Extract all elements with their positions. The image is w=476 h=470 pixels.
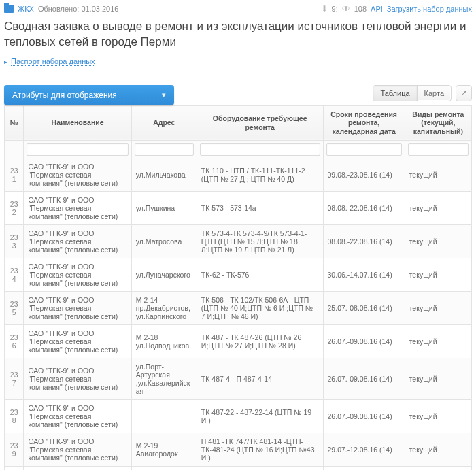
table-row[interactable]: 236ОАО "ТГК-9" и ООО "Пермская сетевая к… <box>5 324 472 358</box>
cell-num: 235 <box>5 291 24 324</box>
col-name[interactable]: Наименование <box>24 105 131 140</box>
cell-name: ОАО "ТГК-9" и ООО "Пермская сетевая комп… <box>24 358 131 399</box>
passport-link[interactable]: Паспорт набора данных <box>11 57 95 66</box>
cell-dates: 25.07.-08.08.16 (14) <box>323 291 405 324</box>
eye-icon: 👁 <box>342 4 350 14</box>
cell-dates: 26.07.-09.08.16 (14) <box>323 324 405 358</box>
view-map-button[interactable]: Карта <box>417 86 451 101</box>
cell-name: ОАО "ТГК-9" и ООО "Пермская сетевая комп… <box>24 258 131 291</box>
api-link[interactable]: API <box>371 5 383 13</box>
col-equip[interactable]: Оборудование требующее ремонта <box>197 105 323 140</box>
page-title: Сводная заявка о выводе в ремонт и из эк… <box>4 16 472 57</box>
cell-num: 239 <box>5 433 24 466</box>
cell-type: текущий <box>405 291 471 324</box>
col-address[interactable]: Адрес <box>131 105 197 140</box>
col-num[interactable]: № <box>5 105 24 140</box>
cell-address: М 2-14 пр.Декабристов, ул.Карпинского <box>131 291 197 324</box>
cell-type: текущий <box>405 158 471 191</box>
cell-dates: 29.07.-12.08.16 (14) <box>323 466 405 470</box>
cell-address: ул.Луначарского <box>131 258 197 291</box>
cell-num: 237 <box>5 358 24 399</box>
col-dates[interactable]: Сроки проведения ремонта, календарная да… <box>323 105 405 140</box>
cell-dates: 30.06.-14.07.16 (14) <box>323 258 405 291</box>
filter-type[interactable] <box>408 143 469 156</box>
cell-equip: ТК 506 - ТК 102/ТК 506-6А - ЦТП (ЦТП № 4… <box>197 291 323 324</box>
folder-icon <box>4 5 14 13</box>
cell-num: 236 <box>5 324 24 358</box>
cell-num: 233 <box>5 224 24 258</box>
cell-equip: ТК 110 - ЦТП / ТК-111-ТК-111-2 (ЦТП № 27… <box>197 158 323 191</box>
cell-num: 240 <box>5 466 24 470</box>
view-toggle: Таблица Карта <box>373 85 452 101</box>
cell-address: ул.Матросова <box>131 224 197 258</box>
cell-name: ОАО "ТГК-9" и ООО "Пермская сетевая комп… <box>24 324 131 358</box>
cell-name: ОАО "ТГК-9" и ООО "Пермская сетевая комп… <box>24 399 131 433</box>
cell-name: ОАО "ТГК-9" и ООО "Пермская сетевая комп… <box>24 433 131 466</box>
cell-address: ул.Пушкина <box>131 191 197 224</box>
cell-address: ул.Мильчакова <box>131 158 197 191</box>
dataset-meta-row: ЖКХ Обновлено: 01.03.2016 ⬇ 9: 👁 108 API… <box>4 3 472 16</box>
chevron-right-icon: ▸ <box>4 58 7 65</box>
cell-num: 232 <box>5 191 24 224</box>
cell-name: ОАО "ТГК-9" и ООО "Пермская сетевая комп… <box>24 158 131 191</box>
table-row[interactable]: 232ОАО "ТГК-9" и ООО "Пермская сетевая к… <box>5 191 472 224</box>
cell-type: текущий <box>405 224 471 258</box>
col-type[interactable]: Виды ремонта (текущий, капитальный) <box>405 105 471 140</box>
cell-num: 234 <box>5 258 24 291</box>
table-row[interactable]: 239ОАО "ТГК-9" и ООО "Пермская сетевая к… <box>5 433 472 466</box>
attributes-dropdown[interactable]: Атрибуты для отображения ▾ <box>4 85 174 105</box>
cell-type: текущий <box>405 324 471 358</box>
cell-num: 231 <box>5 158 24 191</box>
cell-type: текущий <box>405 399 471 433</box>
cell-name: ОАО "ТГК-9" и ООО "Пермская сетевая комп… <box>24 191 131 224</box>
cell-dates: 26.07.-09.08.16 (14) <box>323 399 405 433</box>
download-dataset-link[interactable]: Загрузить набор данных <box>387 5 472 13</box>
cell-equip: ТК 573-4-ТК 573-4-9/ТК 573-4-1- ЦТП (ЦТП… <box>197 224 323 258</box>
table-row[interactable]: 231ОАО "ТГК-9" и ООО "Пермская сетевая к… <box>5 158 472 191</box>
table-body: 231ОАО "ТГК-9" и ООО "Пермская сетевая к… <box>5 158 472 470</box>
table-row[interactable]: 240ОАО "ТГК-9" и ООО "Пермская сетевая к… <box>5 466 472 470</box>
cell-num: 238 <box>5 399 24 433</box>
cell-equip: П 481 -ТК 747/ТК 481-14 -ЦТП-ТК-481-24 (… <box>197 433 323 466</box>
table-row[interactable]: 234ОАО "ТГК-9" и ООО "Пермская сетевая к… <box>5 258 472 291</box>
cell-address <box>131 399 197 433</box>
cell-type: текущий <box>405 433 471 466</box>
cell-dates: 08.08.-22.08.16 (14) <box>323 224 405 258</box>
expand-button[interactable]: ⤢ <box>456 85 472 101</box>
filter-equip[interactable] <box>200 143 320 156</box>
cell-address: ул.Сусанина ,ул.Карпинского <box>131 466 197 470</box>
cell-equip: ТК 481-26-ЦТП/ ТК 481-36 -ЦТП (ЦТП № 14 … <box>197 466 323 470</box>
cell-name: ОАО "ТГК-9" и ООО "Пермская сетевая комп… <box>24 224 131 258</box>
cell-dates: 29.07.-12.08.16 (14) <box>323 433 405 466</box>
cell-equip: ТК 487-22 - 487-22-14 (ЦТП № 19 И ) <box>197 399 323 433</box>
cell-address: М 2-18 ул.Подводников <box>131 324 197 358</box>
download-icon: ⬇ <box>321 4 328 14</box>
updated-label: Обновлено: 01.03.2016 <box>38 5 119 13</box>
chevron-down-icon: ▾ <box>162 90 166 99</box>
filter-address[interactable] <box>135 143 194 156</box>
cell-dates: 09.08.-23.08.16 (14) <box>323 158 405 191</box>
cell-dates: 26.07.-09.08.16 (14) <box>323 358 405 399</box>
cell-name: ОАО "ТГК-9" и ООО "Пермская сетевая комп… <box>24 291 131 324</box>
cell-address: М 2-19 Авиагородок <box>131 433 197 466</box>
expand-icon: ⤢ <box>461 89 466 97</box>
table-row[interactable]: 238ОАО "ТГК-9" и ООО "Пермская сетевая к… <box>5 399 472 433</box>
cell-dates: 08.08.-22.08.16 (14) <box>323 191 405 224</box>
cell-name: ОАО "ТГК-9" и ООО "Пермская сетевая комп… <box>24 466 131 470</box>
category-link[interactable]: ЖКХ <box>18 5 34 13</box>
cell-equip: ТК-62 - ТК-576 <box>197 258 323 291</box>
table-row[interactable]: 233ОАО "ТГК-9" и ООО "Пермская сетевая к… <box>5 224 472 258</box>
data-table: № Наименование Адрес Оборудование требую… <box>4 105 472 470</box>
view-table-button[interactable]: Таблица <box>373 86 416 101</box>
table-row[interactable]: 235ОАО "ТГК-9" и ООО "Пермская сетевая к… <box>5 291 472 324</box>
cell-equip: ТК 573 - 573-14а <box>197 191 323 224</box>
filter-dates[interactable] <box>326 143 402 156</box>
cell-type: текущий <box>405 258 471 291</box>
filter-name[interactable] <box>27 143 128 156</box>
passport-row: ▸ Паспорт набора данных <box>4 57 472 75</box>
table-row[interactable]: 237ОАО "ТГК-9" и ООО "Пермская сетевая к… <box>5 358 472 399</box>
cell-equip: ТК 487-4 - П 487-4-14 <box>197 358 323 399</box>
views-count: 108 <box>354 5 367 13</box>
cell-equip: ТК 487 - ТК 487-26 (ЦТП № 26 И;ЦТП № 27 … <box>197 324 323 358</box>
cell-type: текущий <box>405 358 471 399</box>
